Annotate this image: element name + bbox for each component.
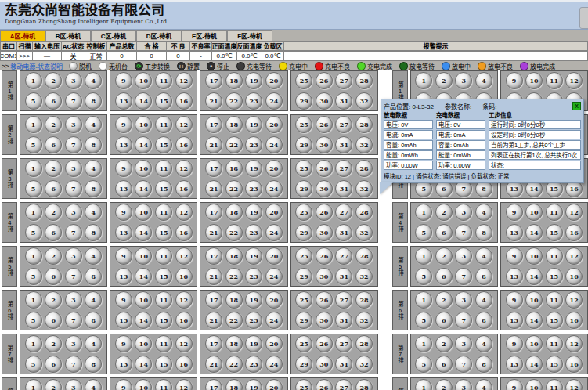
battery-slot[interactable]: 17 — [205, 160, 222, 177]
battery-slot[interactable]: 24 — [265, 224, 283, 241]
battery-slot[interactable]: 3 — [65, 72, 82, 89]
battery-slot[interactable]: 6 — [435, 356, 453, 373]
battery-slot[interactable]: 16 — [175, 92, 193, 110]
battery-slot[interactable]: 27 — [335, 291, 352, 309]
battery-slot[interactable]: 9 — [115, 160, 132, 177]
battery-slot[interactable]: 7 — [65, 312, 82, 329]
battery-slot[interactable]: 10 — [525, 335, 543, 352]
battery-slot[interactable]: 22 — [225, 312, 243, 329]
battery-slot[interactable]: 12 — [565, 291, 583, 309]
battery-slot[interactable]: 11 — [155, 204, 172, 221]
battery-slot[interactable]: 4 — [475, 335, 492, 352]
battery-slot[interactable]: 8 — [85, 312, 102, 329]
battery-slot[interactable]: 28 — [355, 160, 373, 177]
battery-slot[interactable]: 16 — [175, 312, 193, 329]
battery-slot[interactable]: 13 — [115, 180, 132, 197]
battery-slot[interactable]: 27 — [335, 72, 352, 89]
battery-slot[interactable]: 1 — [25, 335, 42, 352]
battery-slot[interactable]: 3 — [455, 335, 472, 352]
battery-slot[interactable]: 13 — [506, 224, 523, 241]
battery-slot[interactable]: 11 — [155, 335, 172, 352]
battery-slot[interactable]: 30 — [316, 312, 333, 329]
battery-slot[interactable]: 32 — [355, 136, 373, 153]
battery-slot[interactable]: 10 — [135, 291, 152, 309]
battery-slot[interactable]: 3 — [455, 72, 472, 89]
battery-slot[interactable]: 9 — [115, 335, 132, 352]
battery-slot[interactable]: 20 — [265, 116, 283, 133]
battery-slot[interactable]: 11 — [546, 379, 563, 390]
battery-slot[interactable]: 14 — [135, 136, 152, 153]
battery-slot[interactable]: 11 — [155, 291, 172, 309]
battery-slot[interactable]: 9 — [115, 379, 132, 390]
battery-slot[interactable]: 12 — [565, 72, 583, 89]
battery-slot[interactable]: 3 — [65, 116, 82, 133]
battery-slot[interactable]: 26 — [316, 72, 333, 89]
battery-slot[interactable]: 12 — [565, 204, 583, 221]
battery-slot[interactable]: 25 — [295, 160, 312, 177]
battery-slot[interactable]: 12 — [565, 335, 583, 352]
battery-slot[interactable]: 21 — [205, 356, 222, 373]
battery-slot[interactable]: 1 — [25, 160, 42, 177]
battery-slot[interactable]: 6 — [45, 92, 62, 110]
battery-slot[interactable]: 23 — [245, 356, 262, 373]
battery-slot[interactable]: 24 — [265, 312, 283, 329]
battery-slot[interactable]: 26 — [316, 379, 333, 390]
battery-slot[interactable]: 2 — [45, 335, 62, 352]
battery-slot[interactable]: 19 — [245, 291, 262, 309]
battery-slot[interactable]: 2 — [45, 160, 62, 177]
battery-slot[interactable]: 30 — [316, 92, 333, 110]
battery-slot[interactable]: 19 — [245, 247, 262, 265]
battery-slot[interactable]: 5 — [25, 312, 42, 329]
battery-slot[interactable]: 28 — [355, 291, 373, 309]
battery-slot[interactable]: 1 — [25, 204, 42, 221]
battery-slot[interactable]: 22 — [225, 268, 243, 285]
battery-slot[interactable]: 15 — [155, 136, 172, 153]
battery-slot[interactable]: 17 — [205, 291, 222, 309]
battery-slot[interactable]: 27 — [335, 160, 352, 177]
battery-slot[interactable]: 2 — [435, 379, 453, 390]
battery-slot[interactable]: 21 — [205, 268, 222, 285]
battery-slot[interactable]: 5 — [25, 268, 42, 285]
battery-slot[interactable]: 3 — [65, 247, 82, 265]
battery-slot[interactable]: 6 — [45, 268, 62, 285]
battery-slot[interactable]: 15 — [155, 224, 172, 241]
battery-slot[interactable]: 28 — [355, 379, 373, 390]
battery-slot[interactable]: 3 — [65, 204, 82, 221]
battery-slot[interactable]: 4 — [85, 247, 102, 265]
battery-slot[interactable]: 2 — [45, 291, 62, 309]
battery-slot[interactable]: 4 — [85, 160, 102, 177]
tab-zone-1[interactable]: B区-待机 — [45, 30, 91, 41]
battery-slot[interactable]: 10 — [135, 72, 152, 89]
battery-slot[interactable]: 3 — [455, 247, 472, 265]
battery-slot[interactable]: 18 — [225, 291, 243, 309]
battery-slot[interactable]: 8 — [85, 268, 102, 285]
battery-slot[interactable]: 19 — [245, 72, 262, 89]
battery-slot[interactable]: 25 — [295, 72, 312, 89]
battery-slot[interactable]: 15 — [546, 224, 563, 241]
battery-slot[interactable]: 13 — [506, 312, 523, 329]
battery-slot[interactable]: 4 — [85, 291, 102, 309]
battery-slot[interactable]: 22 — [225, 224, 243, 241]
battery-slot[interactable]: 31 — [335, 312, 352, 329]
battery-slot[interactable]: 10 — [525, 379, 543, 390]
battery-slot[interactable]: 17 — [205, 379, 222, 390]
battery-slot[interactable]: 28 — [355, 335, 373, 352]
battery-slot[interactable]: 10 — [135, 204, 152, 221]
battery-slot[interactable]: 7 — [65, 180, 82, 197]
battery-slot[interactable]: 18 — [225, 247, 243, 265]
battery-slot[interactable]: 28 — [355, 72, 373, 89]
battery-slot[interactable]: 12 — [565, 379, 583, 390]
battery-slot[interactable]: 26 — [316, 116, 333, 133]
battery-slot[interactable]: 7 — [455, 224, 472, 241]
battery-slot[interactable]: 22 — [225, 180, 243, 197]
battery-slot[interactable]: 18 — [225, 116, 243, 133]
battery-slot[interactable]: 24 — [265, 356, 283, 373]
battery-slot[interactable]: 7 — [65, 224, 82, 241]
battery-slot[interactable]: 20 — [265, 335, 283, 352]
battery-slot[interactable]: 14 — [135, 312, 152, 329]
battery-slot[interactable]: 9 — [115, 116, 132, 133]
battery-slot[interactable]: 4 — [85, 335, 102, 352]
battery-slot[interactable]: 10 — [525, 204, 543, 221]
battery-slot[interactable]: 9 — [115, 291, 132, 309]
battery-slot[interactable]: 6 — [45, 312, 62, 329]
